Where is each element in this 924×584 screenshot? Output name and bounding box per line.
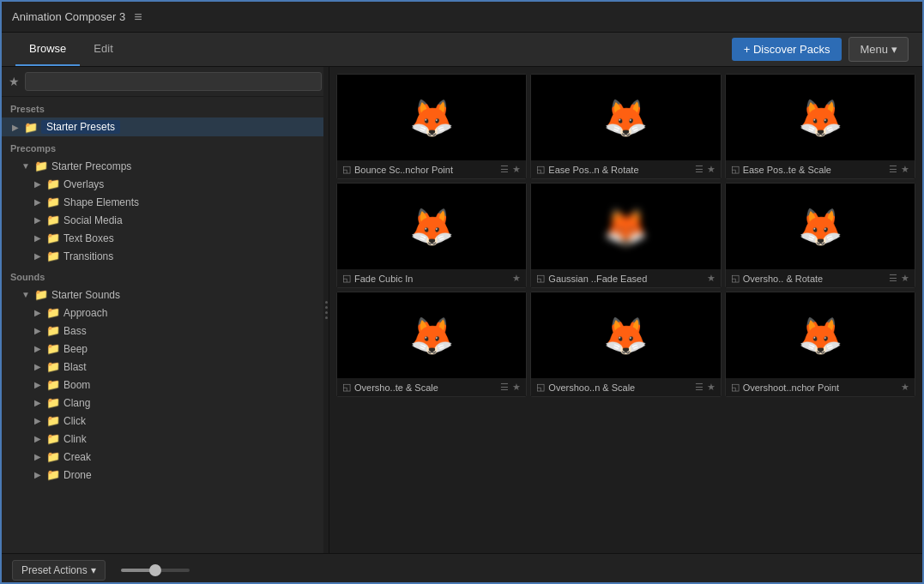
sidebar-item-label: Social Media [63, 214, 123, 226]
preset-label-bar: ◱ Ease Pos..te & Scale ☰ ★ [726, 160, 915, 178]
preset-menu-icon[interactable]: ☰ [889, 273, 897, 284]
sidebar-item-approach[interactable]: ▶ 📁 Approach [2, 304, 329, 322]
sidebar-item-boom[interactable]: ▶ 📁 Boom [2, 376, 329, 394]
preset-menu-icon[interactable]: ☰ [889, 164, 897, 175]
sidebar-item-starter-presets[interactable]: ▶ 📁 Starter Presets [2, 117, 329, 136]
sidebar-item-shape-elements[interactable]: ▶ 📁 Shape Elements [2, 193, 329, 211]
mascot-image: 🦊 [603, 206, 648, 248]
resize-dot [325, 306, 328, 309]
preset-thumbnail: 🦊 [531, 184, 720, 269]
sidebar-item-blast[interactable]: ▶ 📁 Blast [2, 358, 329, 376]
preset-thumbnail: 🦊 [337, 75, 526, 160]
preset-label-bar: ◱ Fade Cubic In ★ [337, 269, 526, 287]
sidebar-item-label: Overlays [63, 178, 104, 190]
mascot-image: 🦊 [603, 315, 648, 357]
folder-icon: 📁 [46, 468, 60, 481]
mascot-image: 🦊 [798, 206, 842, 248]
zoom-slider[interactable] [121, 569, 190, 572]
preset-label-bar: ◱ Ease Pos..n & Rotate ☰ ★ [531, 160, 720, 178]
preset-actions-button[interactable]: Preset Actions ▾ [12, 560, 106, 581]
tab-edit[interactable]: Edit [80, 33, 126, 66]
menu-button[interactable]: Menu ▾ [849, 37, 909, 62]
discover-packs-button[interactable]: + Discover Packs [732, 38, 842, 61]
sidebar-item-label: Starter Presets [41, 120, 120, 134]
tab-browse[interactable]: Browse [15, 33, 80, 66]
folder-icon: 📁 [46, 306, 60, 319]
sidebar-item-social-media[interactable]: ▶ 📁 Social Media [2, 211, 329, 229]
folder-icon: 📁 [46, 214, 60, 226]
sidebar-item-label: Boom [63, 379, 90, 391]
preset-name: Oversho.. & Rotate [743, 274, 885, 284]
mascot-image: 🦊 [409, 206, 454, 248]
preset-star-icon[interactable]: ★ [512, 382, 521, 393]
preset-menu-icon[interactable]: ☰ [500, 164, 509, 175]
favorites-star-icon[interactable]: ★ [9, 75, 20, 88]
sidebar-item-label: Blast [63, 361, 87, 373]
sidebar-item-starter-precomps[interactable]: ▼ 📁 Starter Precomps [2, 157, 329, 175]
sidebar-item-creak[interactable]: ▶ 📁 Creak [2, 448, 329, 466]
preset-card-ease-rotate[interactable]: 🦊 ◱ Ease Pos..n & Rotate ☰ ★ [530, 74, 721, 179]
folder-icon: 📁 [46, 432, 60, 445]
preset-star-icon[interactable]: ★ [512, 164, 521, 175]
preset-star-icon[interactable]: ★ [512, 273, 521, 284]
preset-label-bar: ◱ Oversho..te & Scale ☰ ★ [337, 378, 526, 396]
sidebar-item-transitions[interactable]: ▶ 📁 Transitions [2, 247, 329, 265]
preset-card-overshoot-rotate[interactable]: 🦊 ◱ Oversho.. & Rotate ☰ ★ [725, 183, 915, 288]
resize-handle[interactable] [323, 67, 329, 553]
preset-name: Ease Pos..te & Scale [743, 165, 885, 175]
chevron-icon: ▼ [21, 161, 31, 171]
preset-card-overshoot-n-scale[interactable]: 🦊 ◱ Overshoo..n & Scale ☰ ★ [530, 292, 721, 397]
preset-star-icon[interactable]: ★ [901, 382, 909, 393]
chevron-icon: ▶ [33, 251, 43, 261]
sidebar-item-bass[interactable]: ▶ 📁 Bass [2, 322, 329, 340]
sidebar-item-clang[interactable]: ▶ 📁 Clang [2, 394, 329, 412]
folder-icon: 📁 [46, 378, 60, 391]
sidebar-item-label: Text Boxes [63, 232, 114, 244]
preset-name: Ease Pos..n & Rotate [548, 165, 691, 175]
sidebar-item-label: Drone [63, 469, 92, 481]
preset-star-icon[interactable]: ★ [901, 273, 909, 284]
dropdown-chevron-icon: ▾ [91, 564, 96, 576]
resize-dot [325, 301, 328, 304]
chevron-icon: ▶ [33, 362, 43, 371]
nav-actions: + Discover Packs Menu ▾ [732, 37, 909, 62]
folder-icon: 📁 [46, 396, 60, 409]
preset-card-ease-scale[interactable]: 🦊 ◱ Ease Pos..te & Scale ☰ ★ [725, 74, 915, 179]
preset-type-icon: ◱ [731, 273, 740, 284]
preset-menu-icon[interactable]: ☰ [695, 382, 704, 393]
preset-card-gaussian[interactable]: 🦊 ◱ Gaussian ..Fade Eased ★ [530, 183, 721, 288]
preset-card-overshoot-anchor[interactable]: 🦊 ◱ Overshoot..nchor Point ★ [725, 292, 915, 397]
sidebar-item-click[interactable]: ▶ 📁 Click [2, 412, 329, 430]
preset-card-bounce[interactable]: 🦊 ◱ Bounce Sc..nchor Point ☰ ★ [336, 74, 527, 179]
preset-type-icon: ◱ [536, 164, 545, 175]
preset-name: Overshoo..n & Scale [548, 382, 691, 393]
preset-card-fade-cubic[interactable]: 🦊 ◱ Fade Cubic In ★ [336, 183, 527, 288]
precomps-section-header: Precomps [2, 136, 329, 157]
chevron-icon: ▶ [33, 416, 43, 425]
sidebar-item-overlays[interactable]: ▶ 📁 Overlays [2, 175, 329, 193]
sidebar-item-label: Starter Precomps [51, 160, 131, 172]
preset-star-icon[interactable]: ★ [707, 164, 716, 175]
preset-type-icon: ◱ [731, 164, 740, 175]
chevron-icon: ▶ [33, 470, 43, 479]
folder-icon: 📁 [46, 178, 60, 190]
hamburger-icon[interactable]: ≡ [134, 9, 142, 25]
sidebar-item-text-boxes[interactable]: ▶ 📁 Text Boxes [2, 229, 329, 247]
sidebar-item-clink[interactable]: ▶ 📁 Clink [2, 430, 329, 448]
preset-star-icon[interactable]: ★ [707, 382, 716, 393]
preset-menu-icon[interactable]: ☰ [695, 164, 704, 175]
preset-type-icon: ◱ [731, 382, 740, 393]
sidebar-item-beep[interactable]: ▶ 📁 Beep [2, 340, 329, 358]
search-bar: ★ [2, 67, 329, 97]
sidebar-item-starter-sounds[interactable]: ▼ 📁 Starter Sounds [2, 286, 329, 304]
sidebar-item-label: Transitions [63, 250, 113, 262]
search-input[interactable] [25, 72, 322, 91]
preset-star-icon[interactable]: ★ [901, 164, 909, 175]
preset-menu-icon[interactable]: ☰ [500, 382, 509, 393]
folder-icon: 📁 [46, 414, 60, 427]
sidebar-item-drone[interactable]: ▶ 📁 Drone [2, 466, 329, 484]
chevron-icon: ▶ [33, 197, 43, 207]
preset-card-overshoot-scale[interactable]: 🦊 ◱ Oversho..te & Scale ☰ ★ [336, 292, 527, 397]
preset-thumbnail: 🦊 [337, 184, 526, 269]
preset-star-icon[interactable]: ★ [707, 273, 716, 284]
